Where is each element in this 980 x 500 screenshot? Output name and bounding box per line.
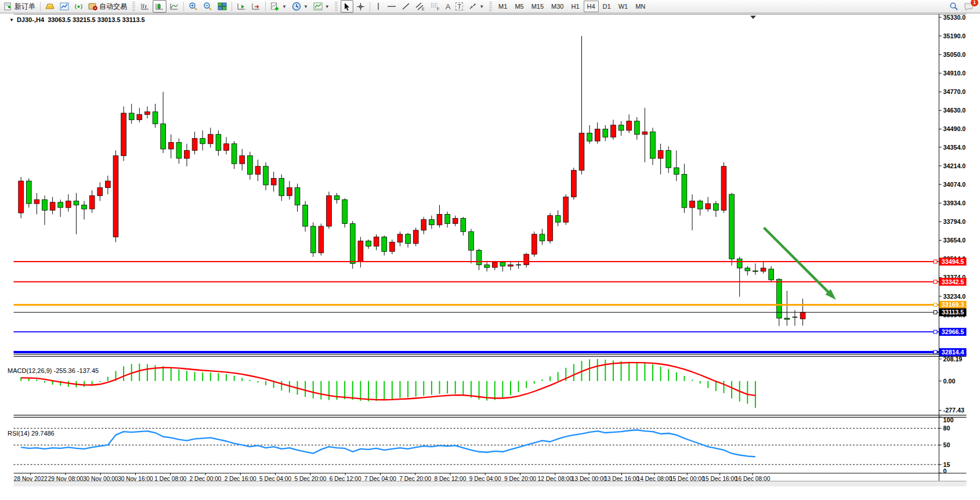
auto-scroll-icon bbox=[237, 2, 246, 10]
zoom-in-button[interactable] bbox=[186, 0, 200, 13]
market-watch-button[interactable] bbox=[57, 0, 71, 13]
arrow-objects-icon bbox=[468, 2, 477, 10]
candle-body bbox=[97, 188, 103, 196]
fibonacci-tool-button[interactable]: F bbox=[428, 0, 443, 13]
candle-body bbox=[366, 241, 371, 246]
symbol-dropdown-icon[interactable]: ▼ bbox=[9, 17, 14, 23]
price-tick-label: 33234.0 bbox=[943, 293, 966, 300]
gold-symbol-button[interactable] bbox=[43, 0, 57, 13]
candle-body bbox=[208, 135, 213, 144]
tab-timeframe-mn[interactable]: MN bbox=[632, 1, 649, 12]
line-handle[interactable] bbox=[934, 260, 937, 263]
candle-body bbox=[74, 201, 79, 205]
template-icon bbox=[313, 2, 323, 10]
new-order-label: 新订单 bbox=[15, 2, 35, 12]
tab-timeframe-h4[interactable]: H4 bbox=[584, 1, 599, 12]
candle-body bbox=[168, 142, 173, 148]
candle-body bbox=[397, 234, 403, 242]
chart-shift-icon bbox=[251, 2, 261, 10]
text-label-icon: T bbox=[455, 2, 463, 10]
candle-body bbox=[508, 265, 513, 266]
candle-body bbox=[271, 178, 276, 184]
arrows-tool-button[interactable]: ▼ bbox=[466, 0, 486, 13]
tab-timeframe-m15[interactable]: M15 bbox=[528, 1, 547, 12]
text-label-tool-button[interactable]: T bbox=[453, 0, 465, 13]
signal-icon bbox=[74, 2, 83, 11]
trendline-tool-button[interactable] bbox=[399, 0, 413, 13]
toolbar-grip[interactable] bbox=[132, 2, 135, 11]
clock-icon bbox=[292, 2, 301, 11]
candle-body bbox=[745, 268, 750, 271]
candle-body bbox=[674, 168, 679, 174]
candle-body bbox=[145, 112, 150, 115]
tab-timeframe-m1[interactable]: M1 bbox=[495, 1, 511, 12]
candle-body bbox=[548, 216, 553, 241]
tab-timeframe-m5[interactable]: M5 bbox=[511, 1, 527, 12]
tab-timeframe-h1[interactable]: H1 bbox=[567, 1, 583, 12]
candle-body bbox=[706, 204, 711, 209]
chart-title[interactable]: ▼DJ30-,H4 33063.5 33215.5 33013.5 33113.… bbox=[9, 16, 145, 23]
line-handle[interactable] bbox=[934, 303, 937, 307]
trendline-icon bbox=[402, 2, 410, 10]
periods-button[interactable]: ▼ bbox=[290, 0, 310, 13]
macd-name: MACD(12,26,9) bbox=[8, 367, 52, 374]
templates-button[interactable]: ▼ bbox=[311, 0, 332, 13]
vertical-line-tool-button[interactable] bbox=[373, 0, 384, 13]
price-tick-label: 33934.0 bbox=[943, 200, 966, 206]
chart-canvas[interactable]: 35330.035190.035050.034910.034770.034630… bbox=[0, 14, 980, 500]
indicators-button[interactable]: ▼ bbox=[268, 0, 289, 13]
line-handle[interactable] bbox=[934, 310, 937, 314]
candle-body bbox=[500, 262, 505, 266]
tab-timeframe-d1[interactable]: D1 bbox=[599, 1, 614, 12]
chart-shift-button[interactable] bbox=[249, 0, 263, 13]
tile-windows-button[interactable] bbox=[215, 0, 229, 13]
horizontal-line-tool-button[interactable] bbox=[385, 0, 399, 13]
text-tool-button[interactable]: A bbox=[443, 0, 453, 13]
price-line-label: 32814.4 bbox=[939, 348, 967, 356]
tab-timeframe-m30[interactable]: M30 bbox=[548, 1, 567, 12]
toolbar-grip[interactable] bbox=[489, 2, 492, 11]
line-handle[interactable] bbox=[934, 350, 937, 354]
crosshair-icon bbox=[356, 2, 365, 11]
line-handle[interactable] bbox=[934, 330, 937, 334]
line-chart-type-button[interactable] bbox=[167, 0, 181, 13]
candlestick-icon bbox=[155, 2, 164, 10]
equidistant-channel-icon: E bbox=[415, 2, 425, 11]
line-chart-icon bbox=[169, 2, 179, 10]
candle-body bbox=[255, 166, 261, 175]
candle-body bbox=[421, 220, 426, 230]
search-button[interactable] bbox=[947, 0, 961, 13]
candle-body bbox=[461, 218, 466, 231]
candle-body bbox=[350, 223, 355, 263]
macd-tick-label: 0.00 bbox=[943, 378, 956, 385]
new-order-button[interactable]: 新订单 bbox=[2, 0, 38, 13]
toolbar-grip[interactable] bbox=[335, 2, 338, 11]
signals-button[interactable] bbox=[72, 0, 85, 13]
crosshair-button[interactable] bbox=[354, 0, 367, 13]
price-tick-label: 34074.0 bbox=[943, 181, 966, 188]
macd-values: -255.36 -137.45 bbox=[53, 367, 99, 374]
candle-body bbox=[579, 133, 584, 170]
bar-chart-type-button[interactable] bbox=[138, 0, 152, 13]
candle-chart-type-button[interactable] bbox=[153, 0, 167, 13]
tab-timeframe-w1[interactable]: W1 bbox=[615, 1, 632, 12]
horizontal-line-icon bbox=[387, 3, 396, 10]
candle-body bbox=[105, 181, 110, 187]
candle-body bbox=[42, 200, 48, 210]
auto-trading-button[interactable]: 自动交易 bbox=[86, 0, 129, 13]
cursor-button[interactable] bbox=[341, 0, 353, 13]
candle-body bbox=[769, 269, 774, 280]
candle-body bbox=[319, 226, 324, 253]
candle-body bbox=[200, 139, 205, 144]
candle-body bbox=[492, 262, 497, 267]
chat-button[interactable]: 1 bbox=[961, 0, 976, 13]
auto-scroll-button[interactable] bbox=[234, 0, 248, 13]
zoom-out-button[interactable] bbox=[201, 0, 215, 13]
channel-tool-button[interactable]: E bbox=[413, 0, 428, 13]
separator bbox=[232, 2, 232, 12]
line-handle[interactable] bbox=[934, 280, 937, 284]
auto-trading-icon bbox=[88, 2, 97, 10]
separator bbox=[40, 2, 41, 12]
candle-body bbox=[161, 124, 166, 149]
indicators-icon bbox=[270, 2, 280, 11]
